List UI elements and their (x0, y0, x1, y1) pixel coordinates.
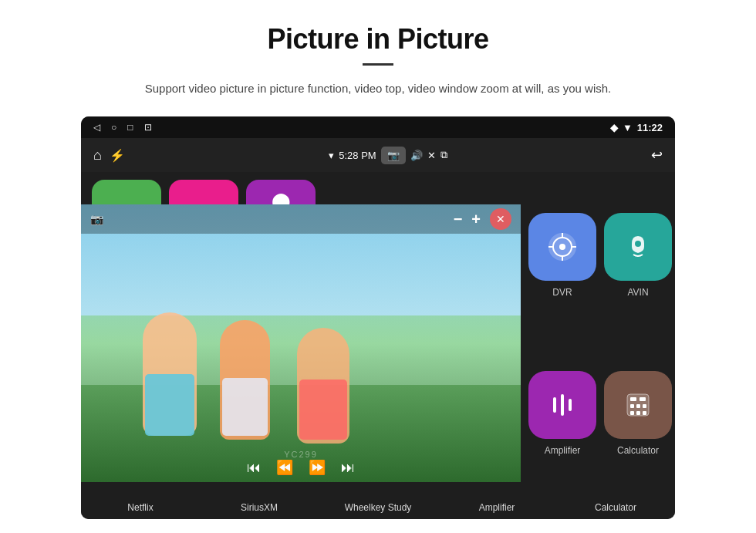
amplifier-bottom-label: Amplifier (479, 502, 515, 513)
calculator-icon-svg (621, 388, 655, 422)
bottom-netflix-label[interactable]: Netflix (81, 496, 200, 519)
camera-button[interactable]: 📷 (381, 147, 406, 164)
back-nav-icon[interactable]: ◁ (93, 122, 100, 133)
pip-close-button[interactable]: ✕ (490, 208, 511, 230)
bottom-amplifier-label[interactable]: Amplifier (437, 496, 556, 519)
avin-label: AVIN (627, 287, 648, 298)
pip-controls: − + ✕ (444, 204, 521, 234)
app-toolbar: ⌂ ⚡ ▾ 5:28 PM 📷 🔊 ✕ ⧉ ↩ (81, 138, 675, 172)
rewind-btn[interactable]: ⏮ (247, 460, 261, 476)
bottom-siriusxm-label[interactable]: SiriusXM (200, 496, 319, 519)
shirt2 (222, 378, 268, 436)
calculator-label: Calculator (617, 445, 659, 456)
title-divider (363, 63, 393, 66)
forward-btn[interactable]: ⏭ (341, 460, 355, 476)
shirt3 (299, 380, 347, 440)
back-icon[interactable]: ↩ (651, 147, 663, 164)
siriusxm-bottom-label: SiriusXM (241, 502, 278, 513)
svg-rect-14 (636, 411, 640, 415)
page-container: Picture in Picture Support video picture… (0, 0, 756, 527)
svg-rect-13 (630, 411, 634, 415)
bottom-wheelkey-label[interactable]: Wheelkey Study (319, 496, 437, 519)
recents-nav-icon[interactable]: □ (127, 122, 133, 133)
svg-rect-12 (643, 404, 646, 408)
prev-btn[interactable]: ⏪ (276, 459, 293, 476)
amplifier-app-item[interactable]: Amplifier (528, 338, 596, 488)
volume-icon[interactable]: 🔊 (410, 150, 423, 161)
svg-rect-9 (640, 397, 646, 401)
next-btn[interactable]: ⏩ (309, 459, 326, 476)
bottom-calculator-label[interactable]: Calculator (556, 496, 675, 519)
apps-grid-section: DVR AVIN (521, 172, 675, 496)
svg-rect-10 (630, 404, 634, 408)
device-main: ⬤ (81, 172, 675, 496)
pip-minus-btn[interactable]: − (454, 211, 463, 228)
svg-rect-15 (643, 411, 646, 415)
amplifier-label: Amplifier (545, 445, 581, 456)
screenshot-icon[interactable]: ⊡ (144, 122, 152, 133)
pip-plus-btn[interactable]: + (471, 211, 481, 228)
toolbar-left: ⌂ ⚡ (93, 147, 125, 164)
svg-rect-4 (553, 397, 556, 413)
video-scene: YC299 (81, 204, 521, 482)
pip-close-icon: ✕ (496, 213, 505, 225)
usb-icon: ⚡ (110, 148, 125, 163)
svg-point-2 (559, 244, 565, 250)
page-title: Picture in Picture (267, 23, 488, 56)
page-subtitle: Support video picture in picture functio… (145, 79, 611, 98)
signal-icon: ▼ (623, 122, 633, 133)
amplifier-icon-svg (545, 388, 579, 422)
statusbar-left: ◁ ○ □ ⊡ (93, 122, 152, 133)
gps-icon: ◆ (610, 122, 618, 133)
device-frame: ◁ ○ □ ⊡ ◆ ▼ 11:22 ⌂ ⚡ ▾ 5:28 PM 📷 (81, 116, 675, 519)
home-nav-icon[interactable]: ○ (111, 122, 116, 133)
shirt1 (145, 374, 194, 436)
calculator-app-item[interactable]: Calculator (604, 338, 672, 488)
avin-app-icon[interactable] (604, 213, 672, 281)
dvr-app-icon[interactable] (528, 213, 596, 281)
calculator-app-icon[interactable] (604, 371, 672, 439)
wifi-icon: ▾ (329, 150, 334, 161)
dvr-app-item[interactable]: DVR (528, 180, 596, 330)
netflix-bottom-label: Netflix (127, 502, 153, 513)
svg-point-3 (635, 241, 641, 247)
video-bottom-controls: ⏮ ⏪ ⏩ ⏭ (247, 459, 355, 476)
video-section: ⬤ (81, 172, 521, 496)
toolbar-time: 5:28 PM (339, 150, 376, 161)
svg-rect-11 (636, 404, 640, 408)
avin-icon-svg (621, 230, 655, 264)
dvr-label: DVR (552, 287, 572, 298)
amplifier-app-icon[interactable] (528, 371, 596, 439)
toolbar-center: ▾ 5:28 PM 📷 🔊 ✕ ⧉ (329, 147, 447, 164)
toolbar-right: ↩ (651, 147, 663, 164)
calculator-bottom-label: Calculator (595, 502, 636, 513)
statusbar-right: ◆ ▼ 11:22 (610, 122, 663, 133)
pip-camera-icon: 📷 (90, 213, 103, 225)
wheelkey-bottom-label: Wheelkey Study (345, 502, 412, 513)
svg-rect-6 (569, 399, 572, 411)
window-icon[interactable]: ⧉ (440, 149, 447, 161)
watermark: YC299 (284, 450, 318, 459)
status-time: 11:22 (637, 122, 663, 133)
android-statusbar: ◁ ○ □ ⊡ ◆ ▼ 11:22 (81, 116, 675, 138)
svg-rect-5 (561, 394, 564, 416)
svg-rect-8 (630, 397, 636, 401)
close-icon[interactable]: ✕ (427, 150, 436, 161)
camera-icon: 📷 (387, 150, 400, 161)
bottom-labels-bar: Netflix SiriusXM Wheelkey Study Amplifie… (81, 496, 675, 519)
home-icon[interactable]: ⌂ (93, 147, 102, 164)
pip-video-window[interactable]: YC299 📷 − + ✕ ⏮ (81, 204, 521, 482)
avin-app-item[interactable]: AVIN (604, 180, 672, 330)
dvr-icon-svg (545, 230, 579, 264)
